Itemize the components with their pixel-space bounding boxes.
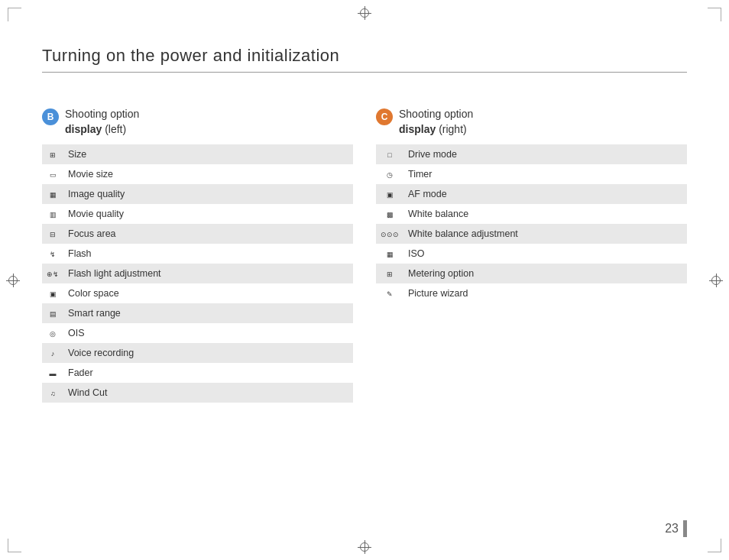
badge-b: B	[42, 108, 59, 125]
list-item: ⊞ Size	[42, 144, 353, 164]
corner-mark-tr	[708, 8, 721, 21]
item-label: Size	[63, 144, 353, 164]
movie-quality-icon: ▥	[42, 204, 63, 224]
item-label: Movie size	[63, 164, 353, 184]
section-right: C Shooting option display (right) □ Driv…	[376, 107, 687, 403]
page-number-area: 23	[665, 520, 687, 537]
list-item: ↯ Flash	[42, 244, 353, 264]
list-item: ♪ Voice recording	[42, 343, 353, 363]
list-item: ▣ AF mode	[376, 184, 687, 204]
crosshair-left	[6, 274, 20, 287]
list-item: ✎ Picture wizard	[376, 283, 687, 303]
list-item: ◷ Timer	[376, 164, 687, 184]
corner-mark-tl	[8, 8, 21, 21]
item-label: White balance adjustment	[403, 224, 687, 244]
item-label: AF mode	[403, 184, 687, 204]
list-item: ▦ Image quality	[42, 184, 353, 204]
list-item: ▩ White balance	[376, 204, 687, 224]
crosshair-top	[358, 6, 371, 20]
page-bar	[683, 520, 687, 537]
fader-icon: ▬	[42, 363, 63, 383]
metering-icon: ⊞	[376, 264, 403, 283]
size-icon: ⊞	[42, 144, 63, 164]
list-item: □ Drive mode	[376, 144, 687, 164]
page-title: Turning on the power and initialization	[42, 46, 687, 73]
section-left: B Shooting option display (left) ⊞ Size …	[42, 107, 353, 403]
wind-cut-icon: ♫	[42, 383, 63, 403]
item-label: Image quality	[63, 184, 353, 204]
item-label: Drive mode	[403, 144, 687, 164]
iso-icon: ▦	[376, 244, 403, 264]
item-label: Flash	[63, 244, 353, 264]
color-space-icon: ▣	[42, 283, 63, 303]
movie-size-icon: ▭	[42, 164, 63, 184]
flash-adj-icon: ⊕↯	[42, 264, 63, 283]
smart-range-icon: ▤	[42, 303, 63, 323]
list-item: ▬ Fader	[42, 363, 353, 383]
list-item: ⊙⊙⊙ White balance adjustment	[376, 224, 687, 244]
white-balance-icon: ▩	[376, 204, 403, 224]
item-label: Color space	[63, 283, 353, 303]
content-area: B Shooting option display (left) ⊞ Size …	[42, 107, 687, 403]
list-item: ▣ Color space	[42, 283, 353, 303]
section-right-title: Shooting option display (right)	[399, 107, 473, 137]
item-label: Flash light adjustment	[63, 264, 353, 283]
item-label: Picture wizard	[403, 283, 687, 303]
item-label: Focus area	[63, 224, 353, 244]
item-label: Metering option	[403, 264, 687, 283]
ois-icon: ◎	[42, 323, 63, 343]
drive-mode-icon: □	[376, 144, 403, 164]
focus-area-icon: ⊟	[42, 224, 63, 244]
list-item: ⊟ Focus area	[42, 224, 353, 244]
list-item: ⊕↯ Flash light adjustment	[42, 264, 353, 283]
item-label: ISO	[403, 244, 687, 264]
list-item: ⊞ Metering option	[376, 264, 687, 283]
item-label: Voice recording	[63, 343, 353, 363]
section-left-title: Shooting option display (left)	[65, 107, 139, 137]
picture-wizard-icon: ✎	[376, 283, 403, 303]
section-right-header: C Shooting option display (right)	[376, 107, 687, 137]
list-item: ▭ Movie size	[42, 164, 353, 184]
item-label: Movie quality	[63, 204, 353, 224]
list-item: ▤ Smart range	[42, 303, 353, 323]
list-item: ▦ ISO	[376, 244, 687, 264]
item-label: Fader	[63, 363, 353, 383]
item-label: Timer	[403, 164, 687, 184]
wb-adj-icon: ⊙⊙⊙	[376, 224, 403, 244]
corner-mark-bl	[8, 539, 21, 552]
item-label: White balance	[403, 204, 687, 224]
item-label: Wind Cut	[63, 383, 353, 403]
corner-mark-br	[708, 539, 721, 552]
list-item: ♫ Wind Cut	[42, 383, 353, 403]
page-number: 23	[665, 522, 679, 536]
image-quality-icon: ▦	[42, 184, 63, 204]
item-label: OIS	[63, 323, 353, 343]
flash-icon: ↯	[42, 244, 63, 264]
left-options-table: ⊞ Size ▭ Movie size ▦ Image quality ▥ Mo…	[42, 144, 353, 403]
crosshair-bottom	[358, 540, 371, 554]
timer-icon: ◷	[376, 164, 403, 184]
crosshair-right	[709, 274, 723, 287]
section-left-header: B Shooting option display (left)	[42, 107, 353, 137]
right-options-table: □ Drive mode ◷ Timer ▣ AF mode ▩ White b…	[376, 144, 687, 303]
af-mode-icon: ▣	[376, 184, 403, 204]
item-label: Smart range	[63, 303, 353, 323]
voice-rec-icon: ♪	[42, 343, 63, 363]
badge-c: C	[376, 108, 393, 125]
list-item: ◎ OIS	[42, 323, 353, 343]
list-item: ▥ Movie quality	[42, 204, 353, 224]
